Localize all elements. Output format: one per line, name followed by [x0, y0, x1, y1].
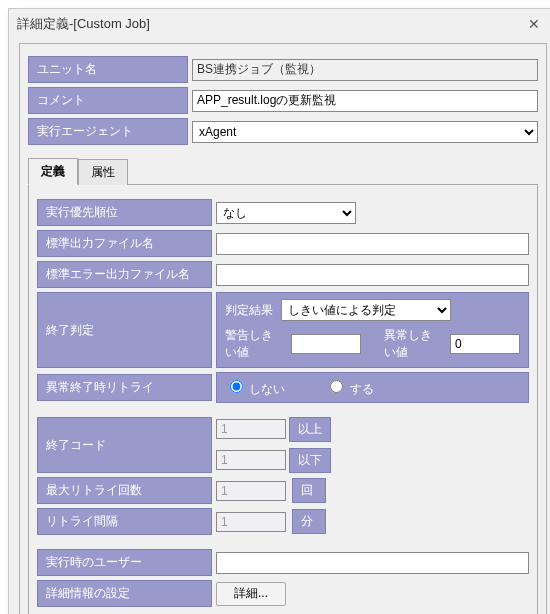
end-code-ge-unit: 以上 — [289, 417, 331, 442]
tab-panel-definition: 実行優先順位 なし 標準出力ファイル名 — [28, 184, 538, 614]
label-retry-interval: リトライ間隔 — [37, 508, 212, 535]
stdout-field[interactable] — [216, 233, 529, 255]
tab-definition[interactable]: 定義 — [28, 158, 78, 185]
retry-no-radio[interactable]: しない — [225, 377, 285, 398]
close-icon[interactable]: ✕ — [519, 16, 549, 32]
detail-button[interactable]: 詳細... — [216, 582, 286, 606]
label-comment: コメント — [28, 87, 188, 114]
label-max-retry: 最大リトライ回数 — [37, 477, 212, 504]
label-abend-threshold: 異常しきい値 — [384, 327, 442, 361]
judgment-result-select[interactable]: しきい値による判定 — [281, 299, 451, 321]
warn-threshold-field[interactable] — [291, 334, 361, 354]
unit-name-field — [192, 59, 538, 81]
retry-yes-radio[interactable]: する — [325, 377, 373, 398]
retry-interval-field — [216, 512, 286, 532]
label-stderr: 標準エラー出力ファイル名 — [37, 261, 212, 288]
label-judgment-result: 判定結果 — [225, 302, 273, 319]
titlebar: 詳細定義-[Custom Job] ✕ — [9, 9, 550, 39]
stderr-field[interactable] — [216, 264, 529, 286]
window-title: 詳細定義-[Custom Job] — [17, 15, 150, 33]
abend-threshold-field[interactable] — [450, 334, 520, 354]
end-code-ge-field — [216, 419, 286, 439]
outer-frame: ユニット名 コメント 実行エージェント xAgent — [19, 43, 547, 614]
priority-select[interactable]: なし — [216, 202, 356, 224]
label-detail-info: 詳細情報の設定 — [37, 580, 212, 607]
max-retry-unit: 回 — [292, 478, 326, 503]
label-warn-threshold: 警告しきい値 — [225, 327, 283, 361]
max-retry-field — [216, 481, 286, 501]
label-stdout: 標準出力ファイル名 — [37, 230, 212, 257]
run-user-field[interactable] — [216, 552, 529, 574]
label-agent: 実行エージェント — [28, 118, 188, 145]
tab-attributes[interactable]: 属性 — [78, 159, 128, 185]
label-abend-retry: 異常終了時リトライ — [37, 374, 212, 401]
label-run-user: 実行時のユーザー — [37, 549, 212, 576]
comment-field[interactable] — [192, 90, 538, 112]
dialog-window: 詳細定義-[Custom Job] ✕ ユニット名 コメント 実行エージェント — [8, 8, 550, 614]
label-priority: 実行優先順位 — [37, 199, 212, 226]
end-code-le-unit: 以下 — [289, 448, 331, 473]
label-end-judgment: 終了判定 — [37, 292, 212, 368]
label-unit-name: ユニット名 — [28, 56, 188, 83]
end-code-le-field — [216, 450, 286, 470]
tab-strip: 定義 属性 — [28, 157, 538, 184]
agent-select[interactable]: xAgent — [192, 121, 538, 143]
label-end-code: 終了コード — [37, 417, 212, 473]
retry-interval-unit: 分 — [292, 509, 326, 534]
